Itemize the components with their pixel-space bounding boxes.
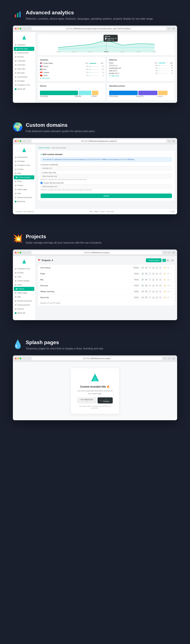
forward-btn-d[interactable]: › bbox=[27, 139, 30, 143]
back-btn-p[interactable]: ‹ bbox=[23, 251, 26, 254]
proj-archive-1[interactable]: 📁 bbox=[164, 272, 166, 275]
proj-code-icon-5[interactable]: { } bbox=[159, 296, 162, 299]
fullscreen-button[interactable]: ⊞ bbox=[172, 27, 175, 30]
sidebar-item-tools-d[interactable]: Tools bbox=[13, 171, 35, 175]
splash-secondary-btn[interactable]: Go to AliumCode ✓ bbox=[77, 397, 96, 404]
proj-archive-5[interactable]: 📁 bbox=[164, 296, 166, 299]
forward-btn-s[interactable]: › bbox=[27, 357, 30, 360]
proj-img-icon-5[interactable]: 🖼 bbox=[145, 296, 147, 299]
proj-chart-icon-2[interactable]: 📊 bbox=[152, 278, 154, 281]
proj-star-icon-2[interactable]: ★ bbox=[155, 278, 158, 281]
proj-more-1[interactable]: ⋮ bbox=[170, 272, 172, 275]
sidebar-item-ai-images-d[interactable]: AI Images bbox=[13, 159, 35, 163]
analytics-url-bar[interactable]: 127.0.0.1:8000/blossom/analytics?type=ov… bbox=[32, 27, 166, 30]
sidebar-item-payment-d[interactable]: Payment processors bbox=[13, 196, 35, 200]
proj-file-icon-1[interactable]: 📄 bbox=[148, 272, 151, 275]
sidebar-item-data-d[interactable]: Data bbox=[13, 192, 35, 196]
referrers-view-more[interactable]: ▼ View more bbox=[109, 75, 173, 77]
sidebar-item-vcard[interactable]: Vcard links bbox=[13, 59, 35, 63]
proj-refresh-5[interactable]: ↺ bbox=[167, 296, 169, 299]
proj-chart-icon-5[interactable]: 📊 bbox=[152, 296, 154, 299]
sidebar-item-ai-images[interactable]: AI Images bbox=[13, 79, 35, 83]
proj-star-icon-0[interactable]: ★ bbox=[155, 266, 158, 269]
proj-archive-0[interactable]: 📁 bbox=[164, 266, 166, 269]
proj-chart-icon-3[interactable]: 📊 bbox=[152, 284, 154, 287]
sidebar-item-ai-docs[interactable]: AI Documents bbox=[13, 75, 35, 79]
footer-affiliate[interactable]: Affiliate bbox=[94, 211, 99, 212]
proj-code-icon-0[interactable]: { } bbox=[159, 266, 162, 269]
footer-contact[interactable]: Contact bbox=[100, 211, 105, 212]
proj-link-icon-3[interactable]: 🔗 bbox=[141, 284, 144, 287]
proj-chart-icon-1[interactable]: 📊 bbox=[152, 272, 154, 275]
sidebar-item-pixels-p[interactable]: Pixels bbox=[13, 283, 35, 287]
proj-more-3[interactable]: ⋮ bbox=[170, 284, 172, 287]
sidebar-item-aliumcode[interactable]: AliumCode bbox=[13, 87, 35, 91]
proj-code-icon-3[interactable]: { } bbox=[159, 284, 162, 287]
share-button[interactable]: ⊙ bbox=[167, 27, 171, 30]
sidebar-item-tools-p[interactable]: Tools bbox=[13, 275, 35, 279]
projects-settings-icon[interactable]: ⚙ bbox=[52, 259, 53, 262]
sidebar-item-directory-p[interactable]: Directory bbox=[13, 307, 35, 311]
proj-file-icon-5[interactable]: 📄 bbox=[148, 296, 151, 299]
forward-button[interactable]: › bbox=[27, 27, 30, 30]
proj-img-icon-4[interactable]: 🖼 bbox=[145, 290, 147, 293]
sidebar-item-qr[interactable]: QR codes bbox=[13, 71, 35, 75]
grid-view-btn[interactable]: ⊞ bbox=[166, 259, 169, 262]
sidebar-item-payment-p[interactable]: Payment processors bbox=[13, 299, 35, 303]
proj-link-icon-2[interactable]: 🔗 bbox=[141, 278, 144, 281]
sidebar-item-dashboard[interactable]: Dashboard bbox=[13, 43, 35, 47]
sidebar-item-pixels-d[interactable]: Pixels bbox=[13, 180, 35, 184]
proj-star-icon-5[interactable]: ★ bbox=[155, 296, 158, 299]
proj-file-icon-4[interactable]: 📄 bbox=[148, 290, 151, 293]
proj-img-icon-1[interactable]: 🖼 bbox=[145, 272, 147, 275]
proj-img-icon-0[interactable]: 🖼 bbox=[145, 266, 147, 269]
proj-link-icon-4[interactable]: 🔗 bbox=[141, 290, 144, 293]
domain-menu-icon[interactable]: ⋮ bbox=[170, 153, 172, 156]
proj-link-icon-0[interactable]: 🔗 bbox=[141, 266, 144, 269]
sidebar-item-aliumcode-d[interactable]: AliumCode bbox=[13, 200, 35, 204]
proj-file-icon-3[interactable]: 📄 bbox=[148, 284, 151, 287]
fullscreen-btn-p[interactable]: ⊞ bbox=[172, 251, 175, 254]
back-button[interactable]: ‹ bbox=[23, 27, 26, 30]
sidebar-item-ai-speech-d[interactable]: AI Speech to Text bbox=[13, 163, 35, 167]
index-url-input[interactable] bbox=[41, 174, 172, 178]
sidebar-item-custom-p[interactable]: Custom domains bbox=[13, 279, 35, 283]
projects-url-bar[interactable]: 127.0.0.1:8000/blossom-projects bbox=[32, 251, 162, 254]
fullscreen-btn-d[interactable]: ⊞ bbox=[172, 139, 175, 143]
not-found-checkbox[interactable] bbox=[41, 182, 43, 184]
proj-img-icon-3[interactable]: 🖼 bbox=[145, 284, 147, 287]
sidebar-item-guests-p[interactable]: Guests payments bbox=[13, 303, 35, 307]
proj-code-icon-2[interactable]: { } bbox=[159, 278, 162, 281]
proj-file-icon-0[interactable]: 📄 bbox=[148, 266, 151, 269]
proj-star-icon-1[interactable]: ★ bbox=[155, 272, 158, 275]
proj-code-icon-1[interactable]: { } bbox=[159, 272, 162, 275]
create-project-button[interactable]: Create project bbox=[146, 258, 161, 262]
proj-img-icon-2[interactable]: 🖼 bbox=[145, 278, 147, 281]
sidebar-item-ai-chats-p[interactable]: AI Chats bbox=[13, 271, 35, 275]
proj-archive-4[interactable]: 📁 bbox=[164, 290, 166, 293]
proj-chart-icon-0[interactable]: 📊 bbox=[152, 266, 154, 269]
proj-more-5[interactable]: ⋮ bbox=[170, 296, 172, 299]
not-found-input[interactable] bbox=[41, 184, 172, 188]
proj-archive-3[interactable]: 📁 bbox=[164, 284, 166, 287]
proj-more-4[interactable]: ⋮ bbox=[170, 290, 172, 293]
proj-more-0[interactable]: ⋮ bbox=[170, 266, 172, 269]
footer-aliumcode[interactable]: #AliumCode bbox=[106, 211, 114, 212]
proj-link-icon-1[interactable]: 🔗 bbox=[141, 272, 144, 275]
countries-view-more[interactable]: ▼ View more bbox=[40, 78, 103, 79]
sidebar-item-biolink[interactable]: Biolink pages bbox=[14, 47, 34, 51]
breadcrumb-custom-domains[interactable]: Custom domains bbox=[38, 147, 50, 149]
forward-btn-p[interactable]: › bbox=[27, 251, 30, 254]
domains-url-bar[interactable]: 127.0.0.1:8000/admin/blog/domain-update/… bbox=[32, 140, 166, 143]
filter-btn[interactable]: ▼ bbox=[170, 259, 174, 262]
domain-input[interactable] bbox=[41, 166, 172, 170]
proj-refresh-0[interactable]: ↺ bbox=[167, 266, 169, 269]
share-btn-p[interactable]: ⊙ bbox=[167, 251, 171, 254]
proj-file-icon-2[interactable]: 📄 bbox=[148, 278, 151, 281]
sidebar-item-static[interactable]: Static sites bbox=[13, 67, 35, 71]
back-btn-d[interactable]: ‹ bbox=[23, 139, 26, 143]
proj-archive-2[interactable]: 📁 bbox=[164, 278, 166, 281]
sidebar-item-data-p[interactable]: Data bbox=[13, 295, 35, 299]
footer-blog[interactable]: Blog bbox=[90, 211, 93, 212]
sidebar-item-ai-speech[interactable]: AI Speech to Text bbox=[13, 83, 35, 87]
